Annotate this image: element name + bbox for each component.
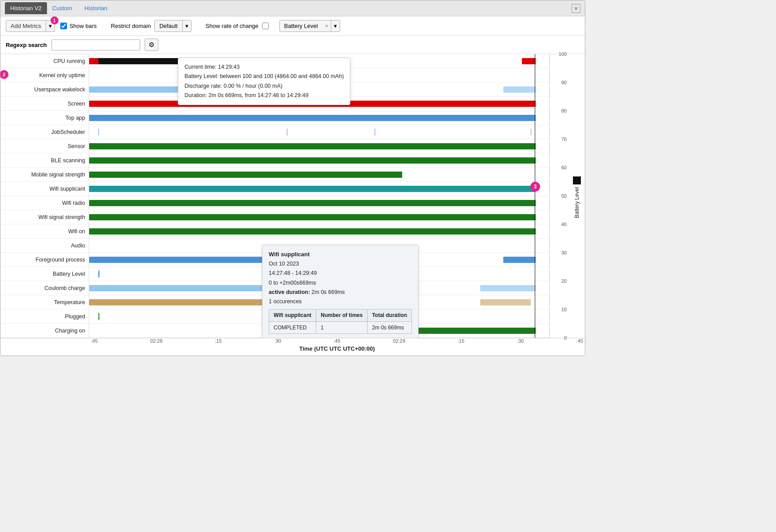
tooltip-table: Wifi supplicant Number of times Total du… bbox=[269, 309, 412, 334]
restrict-domain-group: Restrict domain Default ▾ bbox=[111, 20, 192, 32]
rate-change-group: Show rate of change bbox=[206, 23, 269, 29]
bar-temp-2 bbox=[480, 299, 531, 305]
bar-coulomb-2 bbox=[480, 285, 536, 291]
add-metrics-badge: 1 bbox=[51, 16, 59, 24]
y-tick-40: 40 bbox=[561, 222, 567, 227]
metrics-labels: CPU running 2 Kernel only uptime Userspa… bbox=[0, 54, 89, 338]
battery-level-tag: Battery Level × ▾ bbox=[279, 20, 340, 32]
badge-3: 3 bbox=[530, 182, 540, 192]
bar-row-wifi-radio bbox=[89, 196, 549, 210]
bar-fg-2 bbox=[503, 257, 536, 263]
domain-select: Default ▾ bbox=[154, 20, 191, 32]
tooltip-time-range: 14:27:48 - 14:29:49 bbox=[269, 269, 412, 278]
battery-level-label: Battery Level bbox=[280, 20, 322, 31]
close-button[interactable]: × bbox=[572, 4, 580, 13]
tab-historian[interactable]: Historian bbox=[79, 2, 113, 14]
tooltip-offset: 0 to +2m00s669ms bbox=[269, 278, 412, 288]
main-window: Historian V2 Custom Historian × Add Metr… bbox=[0, 0, 585, 356]
y-tick-90: 90 bbox=[561, 80, 567, 85]
tab-historian-v2[interactable]: Historian V2 bbox=[5, 2, 47, 14]
metric-label-foreground: Foreground process bbox=[0, 253, 89, 267]
bar-row-topapp bbox=[89, 111, 549, 125]
bar-job1 bbox=[98, 129, 99, 136]
title-bar: Historian V2 Custom Historian × bbox=[0, 0, 585, 16]
add-metrics-group: Add Metrics ▾ 1 bbox=[6, 20, 55, 32]
metric-label-screen: Screen bbox=[0, 97, 89, 111]
tab-custom[interactable]: Custom bbox=[47, 2, 78, 14]
bar-mobile bbox=[89, 172, 402, 178]
chart-bars: 3 bbox=[89, 54, 549, 338]
badge-2: 2 bbox=[0, 70, 8, 79]
bar-wifi-signal bbox=[89, 214, 536, 220]
y-tick-80: 80 bbox=[561, 108, 567, 113]
y-tick-70: 70 bbox=[561, 137, 567, 142]
show-rate-label: Show rate of change bbox=[206, 23, 259, 29]
tooltip-th-2: Number of times bbox=[316, 309, 368, 321]
toolbar: Add Metrics ▾ 1 Show bars Restrict domai… bbox=[0, 16, 585, 36]
search-bar: Regexp search ⚙ bbox=[0, 36, 585, 54]
x-tick-5: :45 bbox=[333, 338, 340, 344]
domain-dropdown[interactable]: ▾ bbox=[182, 20, 191, 31]
bar-job4 bbox=[531, 129, 531, 136]
metric-label-sensor: Sensor bbox=[0, 139, 89, 153]
bar-wifi-supp bbox=[89, 186, 536, 192]
bar-row-mobile bbox=[89, 168, 549, 182]
y-tick-30: 30 bbox=[561, 250, 567, 255]
metric-label-wakelock: Userspace wakelock bbox=[0, 82, 89, 97]
regexp-input[interactable] bbox=[51, 39, 140, 51]
x-tick-9: :45 bbox=[576, 338, 583, 344]
bar-cpu-red2 bbox=[522, 58, 536, 64]
tooltip-active: active duration: 2m 0s 669ms bbox=[269, 288, 412, 297]
bar-ble bbox=[89, 157, 536, 164]
bar-row-wifi-signal bbox=[89, 210, 549, 224]
cursor-line bbox=[535, 54, 535, 338]
bar-job2 bbox=[287, 129, 287, 136]
show-bars-group: Show bars bbox=[60, 23, 97, 29]
x-axis-label: Time (UTC UTC UTC+00:00) bbox=[89, 344, 585, 356]
x-tick-1: :45 bbox=[91, 338, 98, 344]
x-tick-8: :30 bbox=[517, 338, 524, 344]
show-rate-checkbox[interactable] bbox=[262, 23, 269, 29]
y-axis: 100 90 80 70 60 50 40 30 20 10 0 bbox=[549, 54, 569, 338]
metric-label-charging: Charging on bbox=[0, 324, 89, 338]
battery-level-sidebar: Battery Level bbox=[569, 54, 585, 338]
tooltip-td-2: 1 bbox=[316, 321, 368, 333]
tooltip-td-1: COMPLETED bbox=[269, 321, 316, 333]
bar-sensor bbox=[89, 143, 536, 149]
bar-row-wifi-on bbox=[89, 224, 549, 239]
battery-level-dropdown[interactable]: ▾ bbox=[331, 20, 340, 31]
y-tick-0: 0 bbox=[564, 335, 567, 340]
battery-level-remove[interactable]: × bbox=[322, 20, 331, 31]
metric-label-wifi-signal: Wifi signal strength bbox=[0, 210, 89, 224]
y-tick-10: 10 bbox=[561, 307, 567, 312]
bar-wifi-on bbox=[89, 228, 536, 235]
y-tick-100: 100 bbox=[559, 51, 567, 57]
metric-label-topapp: Top app bbox=[0, 111, 89, 125]
y-tick-50: 50 bbox=[561, 193, 567, 199]
y-tick-60: 60 bbox=[561, 165, 567, 170]
tooltip-line2: Battery Level: between 100 and 100 (4864… bbox=[184, 72, 344, 81]
settings-button[interactable]: ⚙ bbox=[145, 39, 158, 51]
battery-vertical-label: Battery Level bbox=[574, 187, 580, 218]
show-bars-label: Show bars bbox=[70, 23, 97, 29]
x-tick-2: 02:28 bbox=[150, 338, 163, 344]
bar-job3 bbox=[375, 129, 375, 136]
tooltip-line4: Duration: 2m 0s 669ms, from 14:27:48 to … bbox=[184, 91, 344, 100]
metric-label-audio: Audio bbox=[0, 239, 89, 253]
tooltip-bottom: Wifi supplicant Oct 10 2023 14:27:48 - 1… bbox=[262, 245, 419, 338]
add-metrics-button[interactable]: Add Metrics bbox=[6, 20, 46, 32]
x-ticks: :45 02:28 :15 :30 :45 02:29 :15 :30 :45 bbox=[89, 338, 585, 344]
show-bars-checkbox[interactable] bbox=[60, 23, 67, 29]
tooltip-td-3: 2m 0s 669ms bbox=[367, 321, 412, 333]
tooltip-line3: Discharge rate: 0.00 % / hour (0.00 mA) bbox=[184, 82, 344, 91]
metric-label-cpu: CPU running bbox=[0, 54, 89, 68]
bar-row-jobscheduler bbox=[89, 125, 549, 139]
metric-label-plugged: Plugged bbox=[0, 309, 89, 324]
restrict-domain-label: Restrict domain bbox=[111, 23, 151, 29]
metric-label-temperature: Temperature bbox=[0, 295, 89, 309]
metric-label-mobile: Mobile signal strength bbox=[0, 168, 89, 182]
tooltip-top: Current time: 14:29:43 Battery Level: be… bbox=[178, 58, 350, 105]
x-tick-3: :15 bbox=[215, 338, 222, 344]
bar-wifi-radio bbox=[89, 200, 536, 206]
bar-topapp bbox=[89, 115, 536, 121]
